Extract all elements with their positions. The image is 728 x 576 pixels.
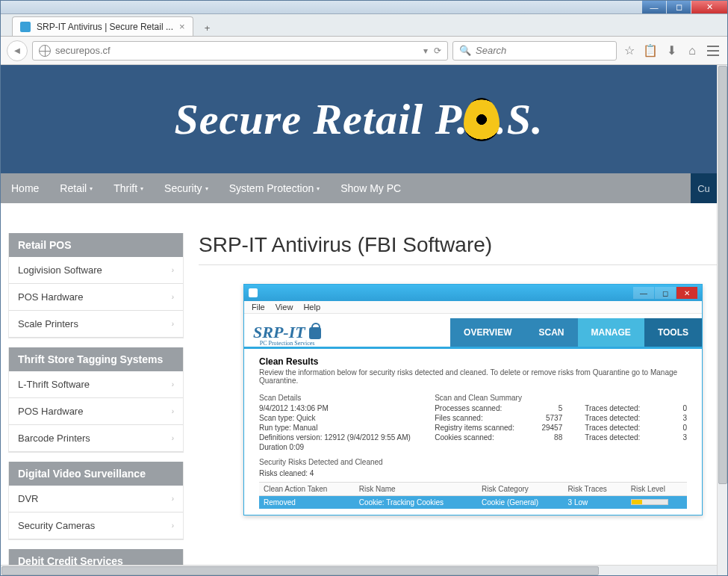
- sidebar: Retail POSLogivision Software›POS Hardwa…: [8, 233, 184, 565]
- chevron-right-icon: ›: [172, 293, 174, 301]
- summary-row: Cookies scanned:88: [435, 433, 562, 442]
- sidebar-item[interactable]: POS Hardware›: [9, 284, 183, 311]
- sidebar-item[interactable]: POS Hardware›: [9, 398, 183, 425]
- browser-window: — ◻ ✕ SRP-IT Antivirus | Secure Retail .…: [0, 0, 728, 576]
- detail-row: Definitions version: 12912 (9/4/2012 9:5…: [259, 433, 412, 442]
- search-input[interactable]: [476, 45, 610, 56]
- sidebar-item-label: Scale Printers: [18, 318, 78, 329]
- content-area: Retail POSLogivision Software›POS Hardwa…: [1, 203, 717, 565]
- dropdown-icon[interactable]: ▾: [423, 46, 428, 56]
- app-logo: SRP-IT PC Protection Services: [253, 324, 321, 347]
- clipboard-icon[interactable]: 📋: [642, 43, 659, 59]
- shield-icon: [249, 288, 258, 297]
- app-menu-item[interactable]: File: [252, 303, 265, 312]
- risk-row[interactable]: RemovedCookie: Tracking CookiesCookie (G…: [259, 496, 687, 510]
- risk-column-header[interactable]: Clean Action Taken: [259, 483, 355, 496]
- sidebar-item-label: DVR: [18, 493, 38, 504]
- nav-overflow[interactable]: Cu: [691, 173, 717, 203]
- chevron-right-icon: ›: [172, 266, 174, 274]
- app-minimize-button[interactable]: —: [633, 287, 654, 299]
- sidebar-item[interactable]: Security Cameras›: [9, 512, 183, 539]
- detail-row: 9/4/2012 1:43:06 PM: [259, 403, 412, 413]
- chevron-down-icon: ▾: [140, 185, 143, 192]
- sidebar-item-label: Security Cameras: [18, 520, 95, 531]
- risk-column-header[interactable]: Risk Category: [477, 483, 564, 496]
- chevron-right-icon: ›: [172, 320, 174, 328]
- chevron-down-icon: ▾: [90, 185, 93, 192]
- viewport: Secure Retail P..S. HomeRetail▾Thrift▾Se…: [1, 65, 727, 575]
- nav-item[interactable]: Thrift▾: [103, 173, 154, 203]
- tab-strip: SRP-IT Antivirus | Secure Retail ... × +: [1, 14, 727, 37]
- risk-column-header[interactable]: Risk Level: [626, 483, 687, 496]
- sidebar-item-label: POS Hardware: [18, 406, 83, 417]
- summary-row: Processes scanned:5: [435, 403, 562, 413]
- summary-row: Traces detected:0: [585, 423, 687, 433]
- tab-scan[interactable]: SCAN: [526, 318, 578, 347]
- app-close-button[interactable]: ✕: [676, 287, 697, 299]
- browser-toolbar: ◄ securepos.cf ▾ ⟳ 🔍 ☆ 📋 ⬇ ⌂: [1, 37, 727, 65]
- nav-item[interactable]: Show My PC: [330, 173, 411, 203]
- sidebar-item[interactable]: Scale Printers›: [9, 311, 183, 338]
- browser-tab[interactable]: SRP-IT Antivirus | Secure Retail ... ×: [12, 16, 193, 36]
- app-menu-item[interactable]: Help: [303, 303, 320, 312]
- tab-title: SRP-IT Antivirus | Secure Retail ...: [37, 22, 173, 32]
- search-bar[interactable]: 🔍: [452, 41, 617, 61]
- maximize-button[interactable]: ◻: [667, 1, 691, 13]
- summary-row: Registry items scanned:29457: [435, 423, 562, 433]
- window-controls: — ◻ ✕: [641, 1, 727, 13]
- sidebar-group-title: Debit Credit Services: [9, 549, 183, 565]
- sidebar-item-label: Barcode Printers: [18, 433, 90, 444]
- sidebar-item-label: L-Thrift Software: [18, 379, 90, 390]
- back-button[interactable]: ◄: [7, 40, 28, 61]
- sidebar-group-title: Retail POS: [9, 233, 183, 257]
- downloads-icon[interactable]: ⬇: [663, 43, 679, 59]
- hscroll-thumb[interactable]: [1, 566, 599, 575]
- lock-icon: [309, 327, 321, 339]
- app-body: Clean Results Review the information bel…: [244, 349, 702, 515]
- sidebar-item[interactable]: Logivision Software›: [9, 257, 183, 284]
- url-bar[interactable]: securepos.cf ▾ ⟳: [32, 41, 448, 61]
- summary-row: Traces detected:3: [585, 413, 687, 423]
- app-logo-name: SRP-IT: [253, 323, 305, 341]
- risk-column-header[interactable]: Risk Traces: [564, 483, 626, 496]
- favicon-icon: [20, 22, 31, 32]
- horizontal-scrollbar[interactable]: [1, 565, 717, 575]
- chevron-right-icon: ›: [172, 380, 174, 388]
- summary-row: Files scanned:5737: [435, 413, 562, 423]
- bookmark-star-icon[interactable]: ☆: [621, 43, 638, 59]
- summary-label: Scan and Clean Summary: [435, 394, 562, 402]
- sidebar-item[interactable]: Barcode Printers›: [9, 425, 183, 452]
- app-menu-item[interactable]: View: [276, 303, 293, 312]
- search-icon: 🔍: [459, 45, 471, 56]
- site-banner: Secure Retail P..S.: [1, 65, 717, 173]
- nav-item[interactable]: Retail▾: [49, 173, 103, 203]
- sidebar-item[interactable]: L-Thrift Software›: [9, 371, 183, 398]
- vertical-scrollbar[interactable]: [717, 65, 727, 575]
- tab-tools[interactable]: TOOLS: [644, 318, 702, 347]
- app-header: SRP-IT PC Protection Services OVERVIEW S…: [244, 314, 702, 349]
- risk-column-header[interactable]: Risk Name: [355, 483, 477, 496]
- brand-suffix: .S.: [495, 95, 543, 143]
- app-titlebar: — ◻ ✕: [244, 285, 702, 301]
- tab-overview[interactable]: OVERVIEW: [450, 318, 525, 347]
- new-tab-button[interactable]: +: [198, 19, 217, 36]
- vscroll-thumb[interactable]: [718, 66, 727, 484]
- close-button[interactable]: ✕: [691, 1, 727, 13]
- antivirus-window: — ◻ ✕ FileViewHelp SRP-IT PC Protection …: [243, 284, 703, 515]
- nav-item[interactable]: Home: [1, 173, 49, 203]
- menu-button[interactable]: [705, 43, 721, 59]
- tab-close-icon[interactable]: ×: [179, 21, 185, 32]
- nav-item[interactable]: System Protection▾: [219, 173, 331, 203]
- chevron-right-icon: ›: [172, 434, 174, 442]
- nav-item[interactable]: Security▾: [154, 173, 219, 203]
- chevron-down-icon: ▾: [205, 185, 208, 192]
- minimize-button[interactable]: —: [642, 1, 666, 13]
- sidebar-item-label: POS Hardware: [18, 291, 83, 303]
- risk-level-bar: [631, 499, 668, 505]
- sidebar-item[interactable]: DVR›: [9, 486, 183, 512]
- home-icon[interactable]: ⌂: [684, 43, 700, 59]
- reload-icon[interactable]: ⟳: [434, 46, 441, 56]
- app-maximize-button[interactable]: ◻: [655, 287, 676, 299]
- tab-manage[interactable]: MANAGE: [578, 318, 644, 347]
- sidebar-group-title: Digital Video Surveillance: [9, 462, 183, 486]
